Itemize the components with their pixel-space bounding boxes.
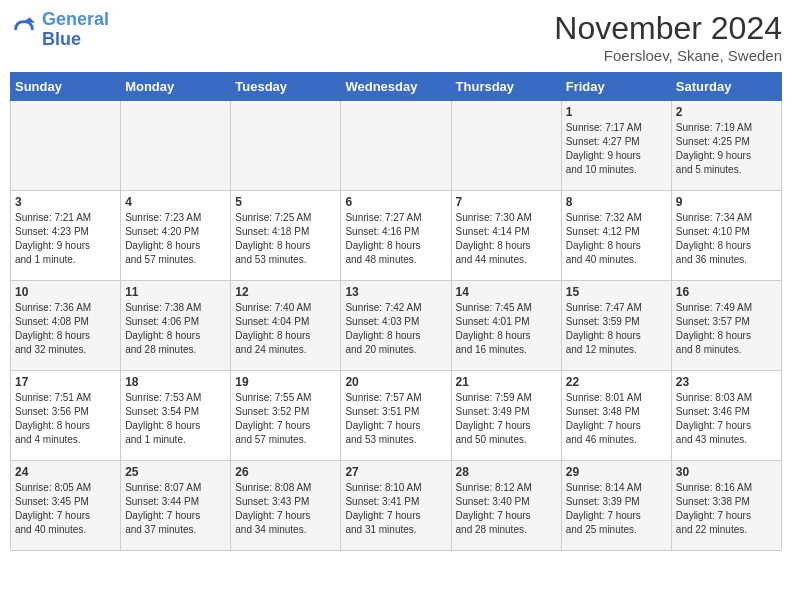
day-number: 25 [125, 465, 226, 479]
day-info: Sunrise: 7:53 AM Sunset: 3:54 PM Dayligh… [125, 391, 226, 447]
calendar-day-cell: 20Sunrise: 7:57 AM Sunset: 3:51 PM Dayli… [341, 371, 451, 461]
day-number: 15 [566, 285, 667, 299]
day-info: Sunrise: 7:17 AM Sunset: 4:27 PM Dayligh… [566, 121, 667, 177]
weekday-header: Sunday [11, 73, 121, 101]
day-number: 1 [566, 105, 667, 119]
day-info: Sunrise: 8:08 AM Sunset: 3:43 PM Dayligh… [235, 481, 336, 537]
calendar-day-cell: 7Sunrise: 7:30 AM Sunset: 4:14 PM Daylig… [451, 191, 561, 281]
day-info: Sunrise: 7:25 AM Sunset: 4:18 PM Dayligh… [235, 211, 336, 267]
day-number: 30 [676, 465, 777, 479]
day-info: Sunrise: 8:16 AM Sunset: 3:38 PM Dayligh… [676, 481, 777, 537]
subtitle: Foersloev, Skane, Sweden [554, 47, 782, 64]
calendar-day-cell: 11Sunrise: 7:38 AM Sunset: 4:06 PM Dayli… [121, 281, 231, 371]
day-info: Sunrise: 7:42 AM Sunset: 4:03 PM Dayligh… [345, 301, 446, 357]
day-info: Sunrise: 7:49 AM Sunset: 3:57 PM Dayligh… [676, 301, 777, 357]
calendar-day-cell: 24Sunrise: 8:05 AM Sunset: 3:45 PM Dayli… [11, 461, 121, 551]
logo: General Blue [10, 10, 109, 50]
weekday-header: Tuesday [231, 73, 341, 101]
day-number: 13 [345, 285, 446, 299]
logo-icon [10, 16, 38, 44]
calendar-day-cell: 2Sunrise: 7:19 AM Sunset: 4:25 PM Daylig… [671, 101, 781, 191]
day-number: 5 [235, 195, 336, 209]
weekday-header: Monday [121, 73, 231, 101]
calendar-week-row: 24Sunrise: 8:05 AM Sunset: 3:45 PM Dayli… [11, 461, 782, 551]
calendar-day-cell: 28Sunrise: 8:12 AM Sunset: 3:40 PM Dayli… [451, 461, 561, 551]
calendar-day-cell [451, 101, 561, 191]
calendar-day-cell [231, 101, 341, 191]
day-info: Sunrise: 8:07 AM Sunset: 3:44 PM Dayligh… [125, 481, 226, 537]
calendar-day-cell: 23Sunrise: 8:03 AM Sunset: 3:46 PM Dayli… [671, 371, 781, 461]
calendar-day-cell: 30Sunrise: 8:16 AM Sunset: 3:38 PM Dayli… [671, 461, 781, 551]
calendar-table: SundayMondayTuesdayWednesdayThursdayFrid… [10, 72, 782, 551]
day-number: 20 [345, 375, 446, 389]
calendar-day-cell: 27Sunrise: 8:10 AM Sunset: 3:41 PM Dayli… [341, 461, 451, 551]
day-info: Sunrise: 7:30 AM Sunset: 4:14 PM Dayligh… [456, 211, 557, 267]
calendar-day-cell: 12Sunrise: 7:40 AM Sunset: 4:04 PM Dayli… [231, 281, 341, 371]
day-info: Sunrise: 7:55 AM Sunset: 3:52 PM Dayligh… [235, 391, 336, 447]
calendar-day-cell: 1Sunrise: 7:17 AM Sunset: 4:27 PM Daylig… [561, 101, 671, 191]
weekday-header: Thursday [451, 73, 561, 101]
day-number: 14 [456, 285, 557, 299]
logo-text: General Blue [42, 10, 109, 50]
day-info: Sunrise: 8:01 AM Sunset: 3:48 PM Dayligh… [566, 391, 667, 447]
day-info: Sunrise: 7:32 AM Sunset: 4:12 PM Dayligh… [566, 211, 667, 267]
day-info: Sunrise: 7:27 AM Sunset: 4:16 PM Dayligh… [345, 211, 446, 267]
day-number: 16 [676, 285, 777, 299]
day-number: 10 [15, 285, 116, 299]
day-info: Sunrise: 8:14 AM Sunset: 3:39 PM Dayligh… [566, 481, 667, 537]
day-info: Sunrise: 7:19 AM Sunset: 4:25 PM Dayligh… [676, 121, 777, 177]
month-title: November 2024 [554, 10, 782, 47]
day-info: Sunrise: 8:05 AM Sunset: 3:45 PM Dayligh… [15, 481, 116, 537]
day-number: 11 [125, 285, 226, 299]
calendar-day-cell: 5Sunrise: 7:25 AM Sunset: 4:18 PM Daylig… [231, 191, 341, 281]
day-info: Sunrise: 7:21 AM Sunset: 4:23 PM Dayligh… [15, 211, 116, 267]
day-info: Sunrise: 7:23 AM Sunset: 4:20 PM Dayligh… [125, 211, 226, 267]
day-info: Sunrise: 7:45 AM Sunset: 4:01 PM Dayligh… [456, 301, 557, 357]
day-info: Sunrise: 7:47 AM Sunset: 3:59 PM Dayligh… [566, 301, 667, 357]
calendar-day-cell [121, 101, 231, 191]
day-number: 26 [235, 465, 336, 479]
calendar-day-cell: 29Sunrise: 8:14 AM Sunset: 3:39 PM Dayli… [561, 461, 671, 551]
day-info: Sunrise: 8:10 AM Sunset: 3:41 PM Dayligh… [345, 481, 446, 537]
weekday-header: Wednesday [341, 73, 451, 101]
day-number: 22 [566, 375, 667, 389]
calendar-day-cell: 17Sunrise: 7:51 AM Sunset: 3:56 PM Dayli… [11, 371, 121, 461]
calendar-day-cell: 22Sunrise: 8:01 AM Sunset: 3:48 PM Dayli… [561, 371, 671, 461]
day-number: 17 [15, 375, 116, 389]
day-info: Sunrise: 8:03 AM Sunset: 3:46 PM Dayligh… [676, 391, 777, 447]
calendar-header-row: SundayMondayTuesdayWednesdayThursdayFrid… [11, 73, 782, 101]
calendar-day-cell: 21Sunrise: 7:59 AM Sunset: 3:49 PM Dayli… [451, 371, 561, 461]
calendar-day-cell: 8Sunrise: 7:32 AM Sunset: 4:12 PM Daylig… [561, 191, 671, 281]
day-number: 27 [345, 465, 446, 479]
day-info: Sunrise: 7:57 AM Sunset: 3:51 PM Dayligh… [345, 391, 446, 447]
day-number: 24 [15, 465, 116, 479]
page-header: General Blue November 2024 Foersloev, Sk… [10, 10, 782, 64]
calendar-body: 1Sunrise: 7:17 AM Sunset: 4:27 PM Daylig… [11, 101, 782, 551]
day-info: Sunrise: 7:40 AM Sunset: 4:04 PM Dayligh… [235, 301, 336, 357]
calendar-day-cell: 16Sunrise: 7:49 AM Sunset: 3:57 PM Dayli… [671, 281, 781, 371]
weekday-header: Saturday [671, 73, 781, 101]
day-info: Sunrise: 8:12 AM Sunset: 3:40 PM Dayligh… [456, 481, 557, 537]
day-number: 2 [676, 105, 777, 119]
day-info: Sunrise: 7:59 AM Sunset: 3:49 PM Dayligh… [456, 391, 557, 447]
day-number: 29 [566, 465, 667, 479]
day-number: 4 [125, 195, 226, 209]
calendar-day-cell: 6Sunrise: 7:27 AM Sunset: 4:16 PM Daylig… [341, 191, 451, 281]
calendar-day-cell: 4Sunrise: 7:23 AM Sunset: 4:20 PM Daylig… [121, 191, 231, 281]
calendar-day-cell [11, 101, 121, 191]
calendar-week-row: 17Sunrise: 7:51 AM Sunset: 3:56 PM Dayli… [11, 371, 782, 461]
calendar-day-cell: 3Sunrise: 7:21 AM Sunset: 4:23 PM Daylig… [11, 191, 121, 281]
calendar-day-cell: 26Sunrise: 8:08 AM Sunset: 3:43 PM Dayli… [231, 461, 341, 551]
day-number: 12 [235, 285, 336, 299]
weekday-header: Friday [561, 73, 671, 101]
calendar-day-cell: 25Sunrise: 8:07 AM Sunset: 3:44 PM Dayli… [121, 461, 231, 551]
day-number: 23 [676, 375, 777, 389]
calendar-day-cell [341, 101, 451, 191]
day-number: 8 [566, 195, 667, 209]
day-number: 7 [456, 195, 557, 209]
calendar-week-row: 1Sunrise: 7:17 AM Sunset: 4:27 PM Daylig… [11, 101, 782, 191]
calendar-day-cell: 14Sunrise: 7:45 AM Sunset: 4:01 PM Dayli… [451, 281, 561, 371]
day-number: 3 [15, 195, 116, 209]
day-number: 18 [125, 375, 226, 389]
day-info: Sunrise: 7:51 AM Sunset: 3:56 PM Dayligh… [15, 391, 116, 447]
